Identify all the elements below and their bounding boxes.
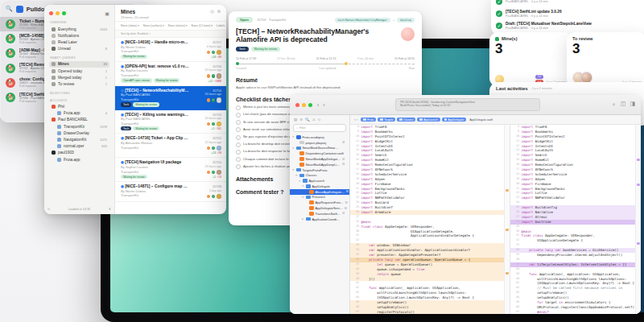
jumpbar-file[interactable]: AppDelegate.swift xyxy=(469,118,493,122)
navigator-item[interactable]: AboutAppDelegate…M xyxy=(290,189,349,195)
navigator-item[interactable]: ▾TargetsFrutaFruta xyxy=(290,167,349,173)
checkbox[interactable] xyxy=(236,105,241,110)
sidebar-item-opened-today[interactable]: Opened today1 xyxy=(49,68,109,74)
sidebar-item-navigationkit[interactable]: NavigationKit1021 xyxy=(49,136,109,142)
jump-bar[interactable]: ‹ › FrutaTargetsClassesAppLaunchAppDeleg… xyxy=(350,115,641,125)
navigator-item[interactable]: project.pbxprojM xyxy=(290,140,349,146)
branch-from-pill[interactable]: tech/NetworkReachabilityManager xyxy=(335,18,391,23)
navigator-item[interactable]: AppRequestsFree…M xyxy=(290,200,349,205)
breadcrumb-chip[interactable]: Classes xyxy=(397,118,415,122)
traffic-lights[interactable] xyxy=(295,103,312,107)
disclosure-icon[interactable]: ▾ xyxy=(291,147,295,150)
disclosure-icon[interactable]: ▾ xyxy=(301,196,304,199)
filter-dropdown[interactable]: None (inbox) ▾ xyxy=(121,24,139,27)
sidebar-item-everything[interactable]: Everything1563 xyxy=(49,26,109,32)
notification-center-card[interactable]: ✓PaulBANCAREL · il y a 14 min✓[TECH] Swi… xyxy=(491,0,644,35)
author-avatar[interactable] xyxy=(401,27,415,41)
filter-dropdown[interactable]: None (authors) ▾ xyxy=(143,24,164,27)
editor-pane-left[interactable]: 8import TrueFA9import Bookmarks10import … xyxy=(350,125,510,314)
table-row[interactable]: ◉ [NICE–14016] – Handle micro-mob zone b… xyxy=(115,38,226,62)
filter-dropdown[interactable]: None (status) ▾ xyxy=(168,24,188,27)
table-row[interactable]: ◉ [NICE–14716] Ticket – App Clip – rever… xyxy=(115,134,226,158)
sort-note[interactable]: Sort by date: Enabled ✓ xyxy=(115,30,226,38)
editor-layout-icon[interactable]: ◫ xyxy=(621,101,626,109)
navigator-item[interactable]: SmartBankAppDeepLi…M xyxy=(290,162,349,167)
table-row[interactable]: ◉ [OPEN-API] feat: remove v1.0 routesBy … xyxy=(115,62,226,86)
code-line[interactable]: 35 DependencyProvider.shared.adjustAndIn… xyxy=(510,253,641,258)
forward-icon[interactable]: › xyxy=(323,102,324,108)
checkbox[interactable] xyxy=(236,164,241,169)
sidebar-item-fruta-app[interactable]: Fruta.app xyxy=(49,156,109,163)
sidebar-item-paul-bancarel[interactable]: Paul BANCAREL xyxy=(49,117,109,123)
refresh-icon[interactable]: ↻ xyxy=(47,207,50,211)
navigator-item[interactable]: TransitionsSwift…M xyxy=(290,211,349,217)
navigator-item[interactable]: ▾Presence xyxy=(290,195,349,200)
sidebar-item-phil[interactable]: Phil xyxy=(49,104,109,110)
code-line[interactable]: 47 registerProtocols() xyxy=(350,310,510,314)
sidebar-item-read-later[interactable]: Read Later xyxy=(49,39,109,45)
navigator-item[interactable]: ▾AppLaunch xyxy=(290,178,349,184)
navigator-item[interactable]: ▾SmartBankSourceSmar… xyxy=(290,146,349,151)
notification-row[interactable]: ✓Draft: [TECH] Mutualiser NextStepsInLan… xyxy=(496,19,642,31)
disclosure-icon[interactable]: ▸ xyxy=(301,217,304,221)
breadcrumb-chip[interactable]: AppDelegate xyxy=(442,118,467,122)
navigator-item[interactable]: SmartBankAppDelegat…M xyxy=(290,156,349,162)
sidebar-item-normal-oper[interactable]: normal.oper843 xyxy=(49,143,109,150)
navigator-tabs[interactable]: ▤⊘🔍⚠◇ xyxy=(290,118,349,124)
minimap[interactable] xyxy=(504,125,510,314)
checkbox[interactable] xyxy=(236,113,241,118)
checkbox[interactable] xyxy=(236,135,241,140)
filter-dropdown[interactable]: Labels xyxy=(217,24,225,27)
code-line[interactable]: 37 var lifecycleLevelStyles: Interventio… xyxy=(510,262,641,267)
notification-row[interactable]: ✓[TECH] SwiftLint update 3.0.26PaulBANCA… xyxy=(496,7,642,19)
table-row[interactable]: ◉ [TECH] – NetworkReachabilityManager's … xyxy=(115,86,226,110)
disclosure-icon[interactable]: ▾ xyxy=(291,135,295,138)
sidebar-item-unread[interactable]: Unread8 xyxy=(49,46,109,52)
disclosure-icon[interactable]: ▾ xyxy=(301,184,304,188)
checkbox[interactable] xyxy=(236,142,241,147)
sidebar-item-to-review[interactable]: To review1 xyxy=(49,80,109,87)
checkbox[interactable] xyxy=(236,120,241,125)
navigator-item[interactable]: DependencyContainer.swift xyxy=(290,151,349,156)
sidebar-item-fruta-app[interactable]: Fruta.app4 xyxy=(49,110,109,117)
activity-status[interactable]: PR 2618 (build 24584) · Introducing Cust… xyxy=(395,98,540,111)
jumpbar-back-icon[interactable]: ‹ › xyxy=(354,118,357,122)
breadcrumb-chip[interactable]: Fruta xyxy=(361,118,376,122)
view-options-icon[interactable]: ◷ xyxy=(210,9,213,14)
sidebar-item-mines[interactable]: Mines29 xyxy=(49,61,109,68)
sidebar-item-transportkit[interactable]: TransportKit1378 xyxy=(49,123,109,130)
disclosure-icon[interactable]: ▾ xyxy=(298,180,301,183)
settings-icon[interactable]: ⚙ xyxy=(217,9,221,14)
table-row[interactable]: ◉ [NICE–14871] – Configure map view for … xyxy=(115,182,226,202)
checkbox[interactable] xyxy=(236,127,241,132)
navigator-item[interactable]: ▾Fruta.xcodeproj xyxy=(290,134,349,140)
navigator-item[interactable]: ▾AppDelegate xyxy=(290,184,349,189)
minimap[interactable] xyxy=(635,125,641,314)
breadcrumb-chip[interactable]: Targets xyxy=(378,118,395,122)
navigator-item[interactable]: ▸ApplicationCoordi… xyxy=(290,217,349,222)
editor-pane-right[interactable]: 8import TrueFA9import Bookmarks10import … xyxy=(510,125,641,314)
sidebar-item-merged-today[interactable]: Merged today1 xyxy=(49,74,109,80)
disclosure-icon[interactable]: ▾ xyxy=(291,168,295,171)
table-row[interactable]: ◉ [TECH] Navigation UI packageBy Sophie … xyxy=(115,158,226,182)
inspector-toggle-icon[interactable]: ◨ xyxy=(630,101,635,109)
checkbox[interactable] xyxy=(236,157,241,162)
branch-to-pill[interactable]: develop xyxy=(397,18,415,23)
navigator-item[interactable]: AppDelegateServ…M xyxy=(290,205,349,211)
navigator-filter-input[interactable]: ⌕ Filter xyxy=(293,124,346,132)
table-row[interactable]: ◉ [TECH] – Killing some warnings #2By Pa… xyxy=(115,110,226,134)
checkbox[interactable] xyxy=(236,150,241,155)
sidebar-item-draweroverlay[interactable]: DrawerOverlay xyxy=(49,130,109,136)
disclosure-icon[interactable]: ▾ xyxy=(295,174,298,177)
notification-row[interactable]: ✓PaulBANCAREL · il y a 14 min xyxy=(496,0,642,7)
widget-mine[interactable]: Mine(s) 3 12 14 il y a 2 minutes xyxy=(489,32,572,87)
code-line[interactable]: 47 #endif xyxy=(510,310,641,314)
filter-dropdown[interactable]: None (CI state) ▾ xyxy=(192,24,213,27)
add-icon[interactable]: ＋ xyxy=(611,101,617,109)
navigator-item[interactable]: ▾Classes xyxy=(290,172,349,178)
sidebar-toggle-icon[interactable]: ▣ xyxy=(105,10,109,16)
traffic-lights[interactable] xyxy=(49,11,66,15)
widget-to-review[interactable]: To review 3 il y a 2 minutes xyxy=(567,32,644,87)
sidebar-item-notifications[interactable]: Notifications xyxy=(49,32,109,39)
breadcrumb-chip[interactable]: AppLaunch xyxy=(417,118,440,122)
